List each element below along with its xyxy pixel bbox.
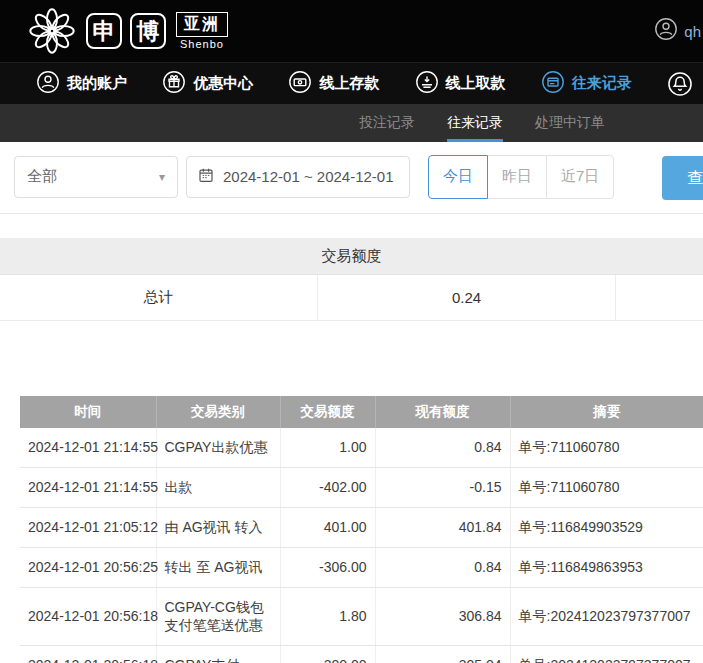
records-icon <box>541 70 565 97</box>
username[interactable]: qh <box>684 23 701 40</box>
nav-item-deposit[interactable]: 线上存款 <box>288 70 379 97</box>
tab-betting-records[interactable]: 投注记录 <box>359 104 415 142</box>
summary-table: 交易额度 总计 0.24 <box>0 238 703 321</box>
main-nav: 我的账户 优惠中心 线上存款 <box>0 62 703 104</box>
cell-type: CGPAY支付 <box>156 646 280 663</box>
cell-amount: 401.00 <box>280 507 375 547</box>
promo-icon <box>162 70 186 97</box>
user-avatar-icon[interactable] <box>654 17 678 45</box>
notification-bell-icon[interactable] <box>667 71 693 97</box>
cell-balance: 305.04 <box>375 646 510 663</box>
cell-amount: 1.80 <box>280 587 375 646</box>
cell-time: 2024-12-01 21:05:12 <box>20 507 156 547</box>
cell-time: 2024-12-01 21:14:55 <box>20 467 156 507</box>
nav-item-label: 优惠中心 <box>193 74 253 93</box>
transactions-table: 时间 交易类别 交易额度 现有额度 摘要 2024-12-01 21:14:55… <box>20 396 703 663</box>
cell-type: 转出 至 AG视讯 <box>156 547 280 587</box>
cell-amount: 1.00 <box>280 428 375 467</box>
nav-item-label: 线上取款 <box>446 74 506 93</box>
yesterday-button[interactable]: 昨日 <box>487 155 547 199</box>
cell-summary: 单号:711060780 <box>510 467 703 507</box>
cell-type: CGPAY-CG钱包支付笔笔送优惠 <box>156 587 280 646</box>
summary-total-row: 总计 0.24 <box>0 275 703 321</box>
cell-time: 2024-12-01 20:56:18 <box>20 646 156 663</box>
tab-label: 处理中订单 <box>535 114 605 132</box>
brand-region: 亚洲 <box>176 12 228 37</box>
nav-item-label: 往来记录 <box>572 74 632 93</box>
deposit-icon <box>288 70 312 97</box>
cell-balance: 0.84 <box>375 428 510 467</box>
cell-summary: 单号:711060780 <box>510 428 703 467</box>
nav-item-transaction-records[interactable]: 往来记录 <box>541 70 632 97</box>
filter-bar: 全部 ▾ 2024-12-01 ~ 2024-12-01 今日 昨日 近7日 查… <box>0 142 703 214</box>
nav-item-label: 线上存款 <box>319 74 379 93</box>
type-select[interactable]: 全部 ▾ <box>14 156 178 198</box>
last-7-days-button[interactable]: 近7日 <box>546 155 614 199</box>
nav-item-my-account[interactable]: 我的账户 <box>36 70 127 97</box>
table-row: 2024-12-01 21:05:12 由 AG视讯 转入 401.00 401… <box>20 507 703 547</box>
nav-item-promo-center[interactable]: 优惠中心 <box>162 70 253 97</box>
search-button[interactable]: 查询 <box>662 156 703 200</box>
cell-balance: 0.84 <box>375 547 510 587</box>
summary-total-label: 总计 <box>0 275 318 320</box>
nav-item-withdraw[interactable]: 线上取款 <box>415 70 506 97</box>
tab-label: 往来记录 <box>447 114 503 132</box>
cell-type: CGPAY出款优惠 <box>156 428 280 467</box>
cell-balance: 401.84 <box>375 507 510 547</box>
page: 申 博 亚洲 Shenbo qh <box>0 0 703 663</box>
brand-char-bo: 博 <box>130 13 166 49</box>
cell-time: 2024-12-01 20:56:18 <box>20 587 156 646</box>
cell-summary: 单号:116849863953 <box>510 547 703 587</box>
records-subnav: 投注记录 往来记录 处理中订单 <box>0 104 703 142</box>
tab-label: 投注记录 <box>359 114 415 132</box>
cell-summary: 单号:202412023797377007 <box>510 587 703 646</box>
table-row: 2024-12-01 21:14:55 出款 -402.00 -0.15 单号:… <box>20 467 703 507</box>
header-summary: 摘要 <box>510 396 703 428</box>
summary-total-value: 0.24 <box>318 275 616 320</box>
cell-balance: -0.15 <box>375 467 510 507</box>
type-select-value: 全部 <box>27 167 57 186</box>
withdraw-icon <box>415 70 439 97</box>
table-row: 2024-12-01 20:56:18 CGPAY支付 300.00 305.0… <box>20 646 703 663</box>
header-balance: 现有额度 <box>375 396 510 428</box>
date-range-input[interactable]: 2024-12-01 ~ 2024-12-01 <box>186 156 410 198</box>
cell-amount: -306.00 <box>280 547 375 587</box>
account-icon <box>36 70 60 97</box>
cell-summary: 单号:116849903529 <box>510 507 703 547</box>
summary-header: 交易额度 <box>0 238 703 275</box>
brand-subtitle: Shenbo <box>180 38 224 50</box>
table-header-row: 时间 交易类别 交易额度 现有额度 摘要 <box>20 396 703 428</box>
top-header: 申 博 亚洲 Shenbo qh <box>0 0 703 62</box>
table-row: 2024-12-01 21:14:55 CGPAY出款优惠 1.00 0.84 … <box>20 428 703 467</box>
tab-transaction-records[interactable]: 往来记录 <box>447 104 503 142</box>
lotus-logo-icon <box>26 5 78 57</box>
cell-summary: 单号:202412023797377007 <box>510 646 703 663</box>
cell-balance: 306.84 <box>375 587 510 646</box>
user-area: qh <box>654 17 701 45</box>
header-amount: 交易额度 <box>280 396 375 428</box>
tab-processing-orders[interactable]: 处理中订单 <box>535 104 605 142</box>
brand-char-shen: 申 <box>86 13 122 49</box>
brand-logo[interactable]: 申 博 亚洲 Shenbo <box>26 5 228 57</box>
cell-type: 由 AG视讯 转入 <box>156 507 280 547</box>
table-row: 2024-12-01 20:56:25 转出 至 AG视讯 -306.00 0.… <box>20 547 703 587</box>
cell-time: 2024-12-01 20:56:25 <box>20 547 156 587</box>
cell-amount: -402.00 <box>280 467 375 507</box>
header-type: 交易类别 <box>156 396 280 428</box>
table-row: 2024-12-01 20:56:18 CGPAY-CG钱包支付笔笔送优惠 1.… <box>20 587 703 646</box>
quick-date-group: 今日 昨日 近7日 <box>428 155 614 199</box>
header-time: 时间 <box>20 396 156 428</box>
today-button[interactable]: 今日 <box>428 155 488 199</box>
summary-empty-cell <box>616 275 703 320</box>
calendar-icon <box>197 166 215 187</box>
nav-item-label: 我的账户 <box>67 74 127 93</box>
cell-type: 出款 <box>156 467 280 507</box>
cell-amount: 300.00 <box>280 646 375 663</box>
cell-time: 2024-12-01 21:14:55 <box>20 428 156 467</box>
date-range-value: 2024-12-01 ~ 2024-12-01 <box>223 168 394 185</box>
chevron-down-icon: ▾ <box>159 170 165 184</box>
